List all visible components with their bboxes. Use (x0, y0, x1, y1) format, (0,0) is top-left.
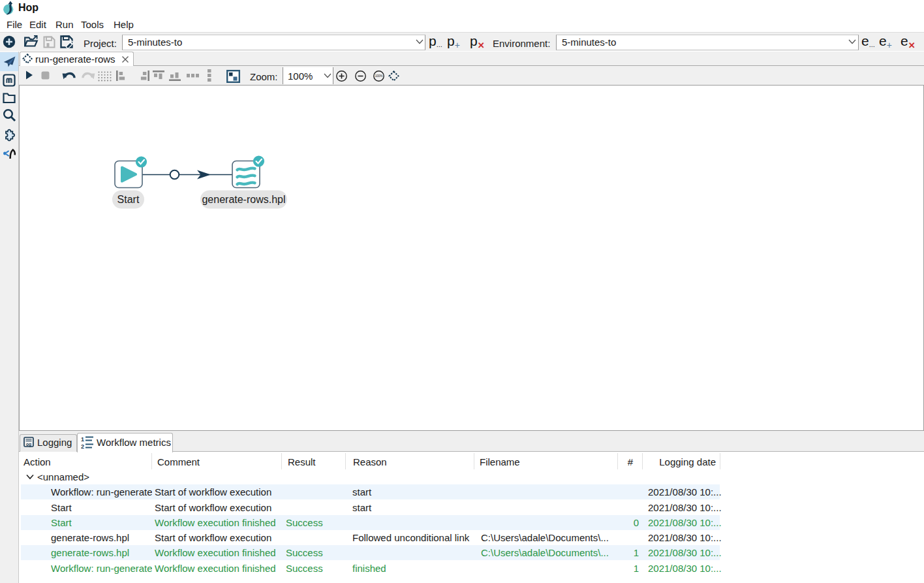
svg-text:1: 1 (81, 436, 84, 443)
svg-text:2: 2 (81, 443, 84, 449)
svg-text:100%: 100% (375, 74, 383, 78)
svg-text:generate-rows.hpl: generate-rows.hpl (202, 194, 285, 205)
svg-text:og: og (26, 442, 31, 447)
svg-text:Start: Start (117, 194, 140, 205)
